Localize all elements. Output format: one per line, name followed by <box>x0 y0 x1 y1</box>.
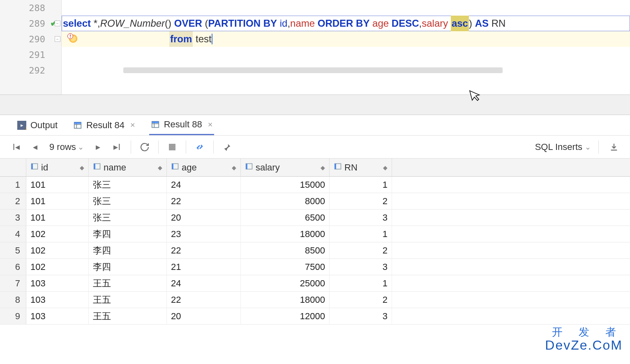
svg-rect-17 <box>335 164 336 169</box>
column-header-rn[interactable]: RN ◆ <box>330 159 392 176</box>
cell-name[interactable]: 王五 <box>89 292 167 308</box>
svg-rect-15 <box>246 164 247 169</box>
close-icon[interactable]: × <box>208 120 213 129</box>
table-row[interactable]: 7103王五24250001 <box>0 275 630 292</box>
stop-icon <box>169 144 175 150</box>
cell-name[interactable]: 王五 <box>89 308 167 324</box>
first-page-button[interactable]: I◂ <box>8 139 24 155</box>
cell-age[interactable]: 20 <box>167 308 241 324</box>
row-num-cell[interactable]: 9 <box>0 308 26 324</box>
cell-id[interactable]: 102 <box>26 259 89 275</box>
cell-age[interactable]: 22 <box>167 242 241 258</box>
cell-salary[interactable]: 25000 <box>241 275 330 291</box>
column-header-salary[interactable]: salary ◆ <box>241 159 330 176</box>
cell-rn[interactable]: 2 <box>330 292 392 308</box>
cell-id[interactable]: 101 <box>26 210 89 226</box>
cell-id[interactable]: 103 <box>26 275 89 291</box>
cell-salary[interactable]: 7500 <box>241 259 330 275</box>
cell-name[interactable]: 张三 <box>89 193 167 209</box>
cell-name[interactable]: 王五 <box>89 275 167 291</box>
svg-rect-3 <box>74 122 81 124</box>
stop-button[interactable] <box>164 139 180 155</box>
cell-salary[interactable]: 12000 <box>241 308 330 324</box>
last-page-button[interactable]: ▸I <box>109 139 125 155</box>
cell-age[interactable]: 24 <box>167 177 241 193</box>
intention-bulb-icon[interactable] <box>69 35 77 43</box>
close-icon[interactable]: × <box>130 120 135 130</box>
cell-id[interactable]: 101 <box>26 177 89 193</box>
cell-rn[interactable]: 3 <box>330 259 392 275</box>
table-row[interactable]: 3101张三2065003 <box>0 210 630 226</box>
table-row[interactable]: 1101张三24150001 <box>0 177 630 193</box>
cell-rn[interactable]: 3 <box>330 308 392 324</box>
tab-output[interactable]: ▸ Output <box>16 115 59 135</box>
cell-name[interactable]: 张三 <box>89 210 167 226</box>
cell-name[interactable]: 李四 <box>89 242 167 258</box>
table-row[interactable]: 5102李四2285002 <box>0 242 630 259</box>
next-page-button[interactable]: ▸ <box>90 139 106 155</box>
cell-id[interactable]: 103 <box>26 308 89 324</box>
cell-age[interactable]: 22 <box>167 292 241 308</box>
export-format-dropdown[interactable]: SQL Inserts ⌄ <box>535 142 591 152</box>
cell-salary[interactable]: 6500 <box>241 210 330 226</box>
cell-id[interactable]: 102 <box>26 226 89 242</box>
cell-name[interactable]: 李四 <box>89 226 167 242</box>
cell-salary[interactable]: 18000 <box>241 292 330 308</box>
row-num-cell[interactable]: 1 <box>0 177 26 193</box>
pin-button[interactable] <box>219 139 235 155</box>
column-header-id[interactable]: id ◆ <box>26 159 89 176</box>
cell-salary[interactable]: 15000 <box>241 177 330 193</box>
tab-result-88[interactable]: Result 88 × <box>149 115 215 135</box>
cell-name[interactable]: 李四 <box>89 259 167 275</box>
row-num-cell[interactable]: 2 <box>0 193 26 209</box>
column-header-age[interactable]: age ◆ <box>167 159 241 176</box>
cell-age[interactable]: 23 <box>167 226 241 242</box>
cell-salary[interactable]: 8000 <box>241 193 330 209</box>
cell-age[interactable]: 24 <box>167 275 241 291</box>
code-body[interactable]: select *,ROW_Number() OVER (PARTITION BY… <box>62 0 630 94</box>
fold-handle-icon[interactable]: − <box>55 36 60 42</box>
cell-name[interactable]: 张三 <box>89 177 167 193</box>
cell-age[interactable]: 21 <box>167 259 241 275</box>
row-num-cell[interactable]: 8 <box>0 292 26 308</box>
table-row[interactable]: 2101张三2280002 <box>0 193 630 210</box>
line-number: 292 <box>25 65 45 76</box>
code-line-290[interactable]: from test <box>62 31 630 47</box>
rows-count-dropdown[interactable]: 9 rows ⌄ <box>49 142 84 152</box>
cell-rn[interactable]: 2 <box>330 193 392 209</box>
download-button[interactable] <box>606 139 622 155</box>
cell-id[interactable]: 102 <box>26 242 89 258</box>
line-number: 288 <box>25 3 45 13</box>
cell-rn[interactable]: 1 <box>330 275 392 291</box>
row-num-header[interactable] <box>0 159 26 176</box>
row-num-cell[interactable]: 4 <box>0 226 26 242</box>
refresh-button[interactable] <box>137 139 152 155</box>
cell-rn[interactable]: 1 <box>330 177 392 193</box>
cell-rn[interactable]: 3 <box>330 210 392 226</box>
row-num-cell[interactable]: 7 <box>0 275 26 291</box>
cell-id[interactable]: 103 <box>26 292 89 308</box>
cell-age[interactable]: 22 <box>167 193 241 209</box>
compare-button[interactable] <box>192 139 208 155</box>
horizontal-scrollbar[interactable] <box>123 67 503 73</box>
cell-id[interactable]: 101 <box>26 193 89 209</box>
fold-handle-icon[interactable]: − <box>55 21 60 26</box>
row-num-cell[interactable]: 5 <box>0 242 26 258</box>
cell-rn[interactable]: 2 <box>330 242 392 258</box>
panel-divider[interactable] <box>0 94 630 115</box>
tab-result-84[interactable]: Result 84 × <box>72 115 137 135</box>
column-header-name[interactable]: name ◆ <box>89 159 167 176</box>
table-row[interactable]: 9103王五20120003 <box>0 308 630 325</box>
table-row[interactable]: 4102李四23180001 <box>0 226 630 242</box>
cell-rn[interactable]: 1 <box>330 226 392 242</box>
code-editor[interactable]: 288 289 ✔ − 290 − 291 292 select *,ROW_N… <box>0 0 630 94</box>
cell-salary[interactable]: 18000 <box>241 226 330 242</box>
row-num-cell[interactable]: 6 <box>0 259 26 275</box>
table-row[interactable]: 6102李四2175003 <box>0 259 630 275</box>
row-num-cell[interactable]: 3 <box>0 210 26 226</box>
cell-age[interactable]: 20 <box>167 210 241 226</box>
table-row[interactable]: 8103王五22180002 <box>0 292 630 308</box>
cell-salary[interactable]: 8500 <box>241 242 330 258</box>
code-line-289[interactable]: select *,ROW_Number() OVER (PARTITION BY… <box>62 16 630 31</box>
prev-page-button[interactable]: ◂ <box>27 139 43 155</box>
